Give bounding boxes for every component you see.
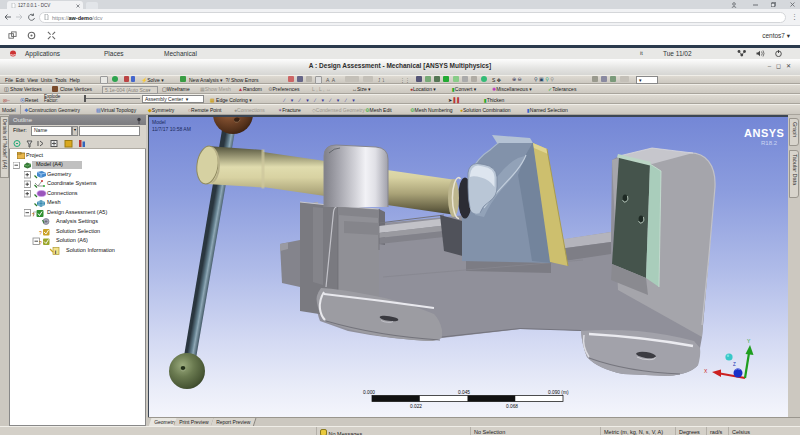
svg-text:R18.2: R18.2 (761, 140, 778, 146)
svg-text:0.000: 0.000 (363, 390, 375, 395)
svg-text:Model: Model (152, 119, 166, 125)
svg-text:?: ? (39, 239, 42, 245)
svg-text:0.022: 0.022 (410, 404, 422, 409)
svg-text:0.068: 0.068 (506, 404, 518, 409)
svg-text:?: ? (32, 212, 35, 218)
svg-text:0.090 (m): 0.090 (m) (548, 390, 569, 395)
svg-text:?: ? (39, 230, 42, 236)
svg-text:Y: Y (747, 338, 751, 344)
svg-text:ANSYS: ANSYS (744, 127, 784, 139)
svg-text:0.045: 0.045 (458, 390, 470, 395)
svg-text:11/7/17 10:58 AM: 11/7/17 10:58 AM (152, 126, 191, 132)
svg-text:Z: Z (733, 362, 736, 367)
svg-text:X: X (704, 368, 708, 374)
